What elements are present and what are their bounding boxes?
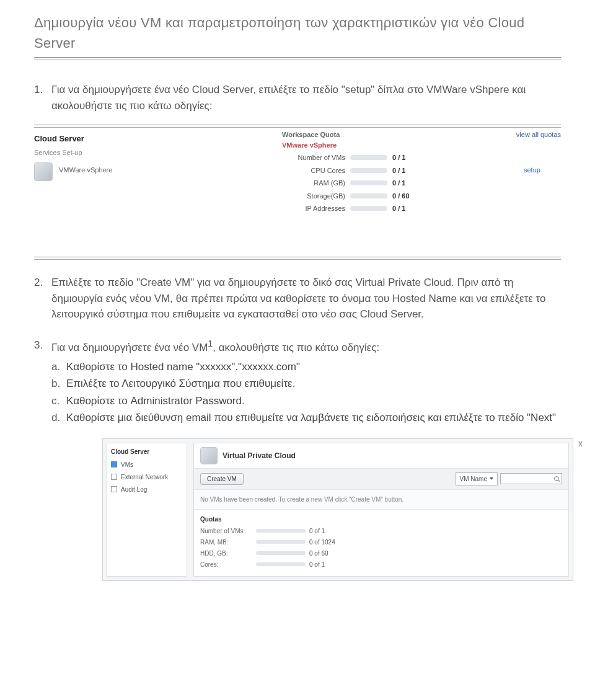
sidebar-item-label: Audit Log <box>121 485 147 494</box>
quota-bar <box>350 168 387 173</box>
create-vm-button[interactable]: Create VM <box>200 473 244 485</box>
quota-value: 0 / 1 <box>392 166 405 176</box>
sidebar-title: Cloud Server <box>111 447 183 456</box>
checkbox-icon <box>111 474 117 480</box>
search-input[interactable] <box>500 473 562 484</box>
quota-label: Cores: <box>200 560 256 569</box>
step1-text: Για να δημιουργήσετε ένα νέο Cloud Serve… <box>51 82 561 113</box>
quota-bar <box>256 551 306 555</box>
setup-link[interactable]: setup <box>524 162 561 175</box>
step3-intro-b: , ακολουθήστε τις πιο κάτω οδηγίες: <box>213 341 379 353</box>
quota-row: Cores: 0 of 1 <box>200 560 562 569</box>
quotas-title: Quotas <box>200 515 562 524</box>
quota-value: 0 of 1 <box>309 560 325 569</box>
sub-b-letter: b. <box>51 376 66 392</box>
vmware-icon <box>34 162 53 181</box>
quota-row: RAM, MB: 0 of 1024 <box>200 538 562 547</box>
quota-value: 0 of 1 <box>309 526 325 536</box>
quota-label: Storage(GB) <box>282 191 350 202</box>
step2-text: Επιλέξτε το πεδίο "Create VM" για να δημ… <box>51 275 561 322</box>
quota-row: Storage(GB) 0 / 60 <box>282 191 468 202</box>
view-all-quotas-link[interactable]: view all quotas <box>516 130 561 140</box>
sidebar-item-external-network[interactable]: External Network <box>111 472 183 482</box>
vm-name-dropdown[interactable]: VM Name <box>456 472 498 485</box>
quota-row: IP Addresses 0 / 1 <box>282 203 468 214</box>
quota-bar <box>350 155 387 160</box>
workspace-quota-label: Workspace Quota <box>282 130 468 140</box>
quota-value: 0 / 1 <box>392 153 405 163</box>
step2-number: 2. <box>34 275 51 322</box>
vpc-title: Virtual Private Cloud <box>223 450 296 461</box>
quota-bar <box>350 193 387 198</box>
sub-d-text: Καθορίστε μια διεύθυνση email που επιθυμ… <box>66 410 556 426</box>
step1-number: 1. <box>34 82 51 113</box>
quota-bar <box>256 540 306 544</box>
screenshot-cloud-server-setup: Cloud Server Services Set-up VMWare vSph… <box>34 125 561 260</box>
sidebar-item-label: VMs <box>121 460 133 469</box>
quota-row: Number of VMs 0 / 1 <box>282 153 468 163</box>
sidebar-item-vms[interactable]: VMs <box>111 460 183 469</box>
quota-row: CPU Cores 0 / 1 <box>282 166 468 176</box>
screenshot-vpc-panel: Cloud Server VMs External Network Audit … <box>102 438 573 581</box>
quota-label: RAM, MB: <box>200 538 256 547</box>
step3-number: 3. <box>34 337 51 355</box>
sub-b-text: Επιλέξτε το Λειτουργικό Σύστημα που επιθ… <box>66 376 295 392</box>
quota-value: 0 / 1 <box>392 203 405 214</box>
page-title: Δημιουργία νέου VM και παραμετροποίηση τ… <box>34 12 561 53</box>
quota-row: HDD, GB: 0 of 60 <box>200 549 562 558</box>
quota-bar <box>350 180 387 185</box>
sidebar-item-label: External Network <box>121 472 168 482</box>
quota-row: Number of VMs: 0 of 1 <box>200 526 562 536</box>
quota-bar <box>350 206 387 211</box>
quota-label: CPU Cores <box>282 166 350 176</box>
sidebar-item-audit-log[interactable]: Audit Log <box>111 485 183 494</box>
sub-c-text: Καθορίστε το Administrator Password. <box>66 393 245 409</box>
vmware-vsphere-quota-label: VMware vSphere <box>282 140 468 151</box>
quota-bar <box>256 562 306 566</box>
quota-label: HDD, GB: <box>200 549 256 558</box>
search-icon <box>554 476 559 481</box>
checkbox-icon <box>111 486 117 492</box>
title-divider <box>34 57 561 60</box>
quota-row: RAM (GB) 0 / 1 <box>282 178 468 188</box>
step3-intro-a: Για να δημιουργήσετε ένα νέο VM <box>51 341 208 353</box>
dropdown-label: VM Name <box>460 474 487 484</box>
sub-a-text: Καθορίστε το Hosted name "xxxxxx"."xxxxx… <box>66 359 300 375</box>
quota-label: RAM (GB) <box>282 178 350 188</box>
checkbox-icon <box>111 461 117 467</box>
quota-bar <box>256 529 306 533</box>
quota-value: 0 / 1 <box>392 178 405 188</box>
sub-a-letter: a. <box>51 359 66 375</box>
chevron-down-icon <box>490 477 493 480</box>
quota-value: 0 / 60 <box>392 191 410 202</box>
sidebar: Cloud Server VMs External Network Audit … <box>107 443 187 577</box>
quota-value: 0 of 60 <box>309 549 328 558</box>
quota-value: 0 of 1024 <box>309 538 335 547</box>
sub-c-letter: c. <box>51 393 66 409</box>
main-panel: Virtual Private Cloud Create VM VM Name <box>193 443 569 577</box>
sub-d-letter: d. <box>51 410 66 426</box>
empty-state-message: No VMs have been created. To create a ne… <box>194 490 568 510</box>
close-icon[interactable]: x <box>578 437 583 450</box>
quota-label: Number of VMs <box>282 153 350 163</box>
quota-label: IP Addresses <box>282 203 350 214</box>
step3-intro: Για να δημιουργήσετε ένα νέο VM1, ακολου… <box>51 337 561 355</box>
vpc-icon <box>200 447 218 464</box>
quota-label: Number of VMs: <box>200 526 256 536</box>
